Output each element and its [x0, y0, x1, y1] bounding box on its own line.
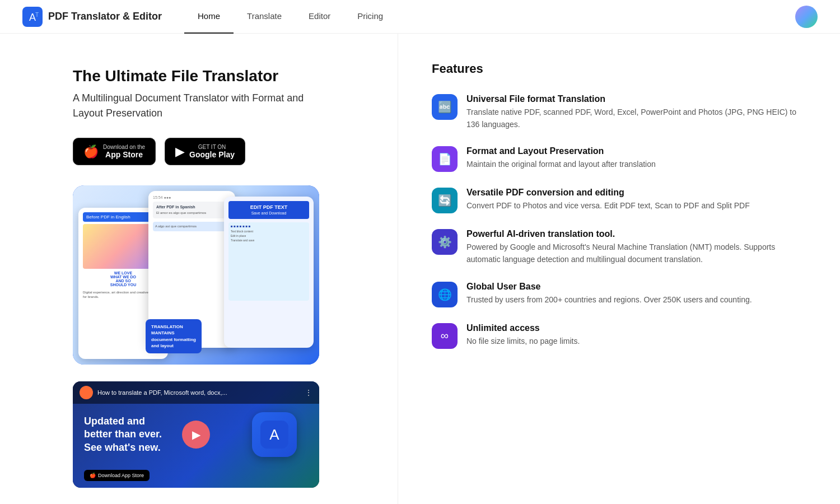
video-channel-avatar [80, 386, 93, 399]
feature-desc-format: Maintain the original format and layout … [466, 158, 806, 171]
video-app-icon: A [252, 412, 297, 457]
video-more-icon[interactable]: ⋮ [305, 388, 312, 397]
feature-name-versatile: Versatile PDF conversion and editing [466, 188, 806, 198]
header-right [795, 6, 818, 28]
feature-item-global: 🌐 Global User Base Trusted by users from… [432, 282, 806, 307]
feature-name-unlimited: Unlimited access [466, 323, 806, 333]
phone-mockup: Before PDF in English WE LOVEWHAT WE DOA… [73, 185, 319, 365]
google-play-button[interactable]: ▶ GET IT ON Google Play [165, 138, 245, 165]
google-play-small-label: GET IT ON [189, 144, 235, 150]
nav-translate[interactable]: Translate [234, 0, 295, 34]
hero-subtitle: A Multilingual Document Translator with … [73, 91, 330, 121]
video-thumbnail[interactable]: How to translate a PDF, Microsoft word, … [73, 381, 319, 488]
app-store-button[interactable]: 🍎 Download on the App Store [73, 138, 156, 165]
feature-item-universal: 🔤 Universal File format Translation Tran… [432, 94, 806, 130]
translation-badge: TRANSLATIONMANTAINSdocument formattingan… [146, 319, 202, 353]
play-button[interactable]: ▶ [182, 421, 210, 449]
feature-icon-versatile: 🔄 [432, 188, 458, 213]
nav-editor[interactable]: Editor [295, 0, 344, 34]
svg-text:A: A [269, 426, 279, 443]
feature-icon-format: 📄 [432, 146, 458, 172]
feature-desc-versatile: Convert PDF to Photos and vice versa. Ed… [466, 200, 806, 212]
logo-text: PDF Translator & Editor [48, 11, 162, 22]
main-nav: Home Translate Editor Pricing [184, 0, 396, 34]
video-title: How to translate a PDF, Microsoft word, … [97, 389, 227, 396]
right-panel: Features 🔤 Universal File format Transla… [398, 34, 840, 504]
feature-desc-universal: Translate native PDF, scanned PDF, Word,… [466, 106, 806, 130]
store-buttons: 🍎 Download on the App Store ▶ GET IT ON … [73, 138, 364, 165]
feature-desc-global: Trusted by users from 200+ countries and… [466, 294, 806, 306]
feature-desc-unlimited: No file size limits, no page limits. [466, 335, 806, 348]
left-panel: The Ultimate File Translator A Multiling… [0, 34, 398, 504]
feature-icon-ai: ⚙️ [432, 229, 458, 255]
hero-title: The Ultimate File Translator [73, 67, 364, 85]
feature-item-ai: ⚙️ Powerful AI-driven translation tool. … [432, 229, 806, 265]
phone-screen-right: EDIT PDF TEXTSave and Download ■ ■ ■ ■ ■… [224, 197, 314, 348]
feature-icon-unlimited: ∞ [432, 323, 458, 349]
feature-name-format: Format and Layout Preservation [466, 146, 806, 156]
feature-icon-universal: 🔤 [432, 94, 458, 120]
feature-icon-global: 🌐 [432, 282, 458, 307]
feature-item-versatile: 🔄 Versatile PDF conversion and editing C… [432, 188, 806, 213]
feature-item-format: 📄 Format and Layout Preservation Maintai… [432, 146, 806, 172]
nav-home[interactable]: Home [184, 0, 234, 34]
google-play-big-label: Google Play [189, 150, 235, 159]
feature-name-global: Global User Base [466, 282, 806, 292]
feature-name-universal: Universal File format Translation [466, 94, 806, 104]
main-container: The Ultimate File Translator A Multiling… [0, 34, 840, 504]
features-list: 🔤 Universal File format Translation Tran… [432, 94, 806, 349]
apple-icon: 🍎 [83, 144, 99, 159]
avatar[interactable] [795, 6, 818, 28]
feature-desc-ai: Powered by Google and Microsoft's Neural… [466, 241, 806, 265]
svg-text:T: T [35, 12, 39, 18]
logo-area: A T PDF Translator & Editor [22, 7, 162, 27]
video-appstore-badge[interactable]: 🍎 Download App Store [84, 470, 150, 481]
nav-pricing[interactable]: Pricing [344, 0, 396, 34]
feature-name-ai: Powerful AI-driven translation tool. [466, 229, 806, 239]
app-store-small-label: Download on the [103, 144, 145, 150]
features-title: Features [432, 62, 806, 76]
app-store-big-label: App Store [103, 150, 145, 159]
logo-icon: A T [22, 7, 43, 27]
feature-item-unlimited: ∞ Unlimited access No file size limits, … [432, 323, 806, 349]
video-overlay-text: Updated and better than ever. See what's… [84, 415, 174, 454]
apple-small-icon: 🍎 [90, 473, 96, 478]
appstore-badge-label: Download App Store [98, 473, 144, 478]
google-play-icon: ▶ [175, 144, 185, 159]
